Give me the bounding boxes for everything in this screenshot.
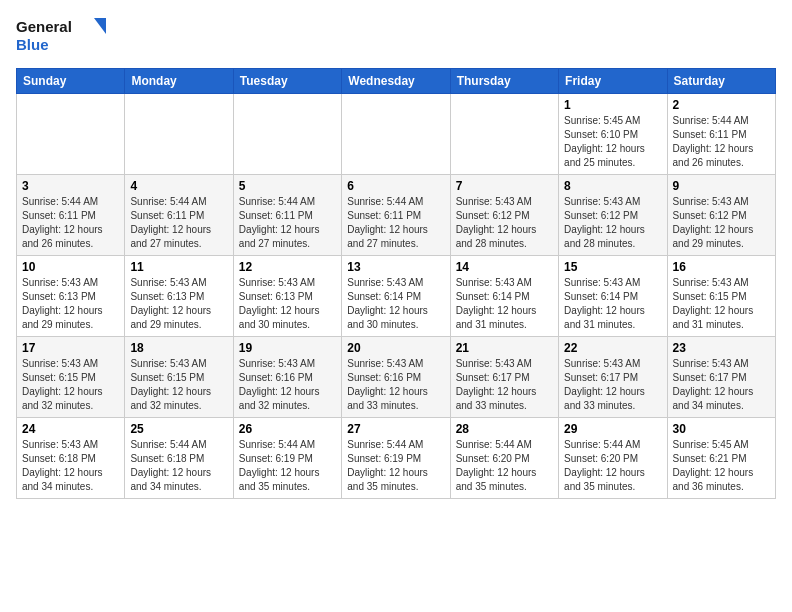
- logo-svg: General Blue: [16, 16, 106, 58]
- col-header-saturday: Saturday: [667, 69, 775, 94]
- week-row-2: 3Sunrise: 5:44 AM Sunset: 6:11 PM Daylig…: [17, 175, 776, 256]
- day-number: 20: [347, 341, 444, 355]
- day-cell: 14Sunrise: 5:43 AM Sunset: 6:14 PM Dayli…: [450, 256, 558, 337]
- day-cell: 2Sunrise: 5:44 AM Sunset: 6:11 PM Daylig…: [667, 94, 775, 175]
- col-header-sunday: Sunday: [17, 69, 125, 94]
- day-info: Sunrise: 5:45 AM Sunset: 6:21 PM Dayligh…: [673, 438, 770, 494]
- day-number: 5: [239, 179, 336, 193]
- day-number: 15: [564, 260, 661, 274]
- day-cell: 23Sunrise: 5:43 AM Sunset: 6:17 PM Dayli…: [667, 337, 775, 418]
- day-number: 6: [347, 179, 444, 193]
- day-info: Sunrise: 5:43 AM Sunset: 6:14 PM Dayligh…: [456, 276, 553, 332]
- day-info: Sunrise: 5:44 AM Sunset: 6:11 PM Dayligh…: [130, 195, 227, 251]
- col-header-tuesday: Tuesday: [233, 69, 341, 94]
- day-cell: 18Sunrise: 5:43 AM Sunset: 6:15 PM Dayli…: [125, 337, 233, 418]
- day-info: Sunrise: 5:44 AM Sunset: 6:20 PM Dayligh…: [564, 438, 661, 494]
- day-cell: 25Sunrise: 5:44 AM Sunset: 6:18 PM Dayli…: [125, 418, 233, 499]
- day-cell: 20Sunrise: 5:43 AM Sunset: 6:16 PM Dayli…: [342, 337, 450, 418]
- day-cell: 24Sunrise: 5:43 AM Sunset: 6:18 PM Dayli…: [17, 418, 125, 499]
- day-number: 30: [673, 422, 770, 436]
- day-info: Sunrise: 5:43 AM Sunset: 6:15 PM Dayligh…: [673, 276, 770, 332]
- col-header-wednesday: Wednesday: [342, 69, 450, 94]
- day-cell: [233, 94, 341, 175]
- day-cell: 17Sunrise: 5:43 AM Sunset: 6:15 PM Dayli…: [17, 337, 125, 418]
- day-cell: 16Sunrise: 5:43 AM Sunset: 6:15 PM Dayli…: [667, 256, 775, 337]
- day-cell: 1Sunrise: 5:45 AM Sunset: 6:10 PM Daylig…: [559, 94, 667, 175]
- day-info: Sunrise: 5:44 AM Sunset: 6:20 PM Dayligh…: [456, 438, 553, 494]
- week-row-5: 24Sunrise: 5:43 AM Sunset: 6:18 PM Dayli…: [17, 418, 776, 499]
- svg-text:Blue: Blue: [16, 36, 49, 53]
- day-cell: 15Sunrise: 5:43 AM Sunset: 6:14 PM Dayli…: [559, 256, 667, 337]
- day-number: 28: [456, 422, 553, 436]
- day-info: Sunrise: 5:44 AM Sunset: 6:19 PM Dayligh…: [239, 438, 336, 494]
- calendar-table: SundayMondayTuesdayWednesdayThursdayFrid…: [16, 68, 776, 499]
- day-info: Sunrise: 5:43 AM Sunset: 6:17 PM Dayligh…: [673, 357, 770, 413]
- day-cell: 3Sunrise: 5:44 AM Sunset: 6:11 PM Daylig…: [17, 175, 125, 256]
- day-info: Sunrise: 5:43 AM Sunset: 6:13 PM Dayligh…: [130, 276, 227, 332]
- svg-text:General: General: [16, 18, 72, 35]
- day-number: 22: [564, 341, 661, 355]
- day-info: Sunrise: 5:44 AM Sunset: 6:19 PM Dayligh…: [347, 438, 444, 494]
- day-info: Sunrise: 5:43 AM Sunset: 6:13 PM Dayligh…: [22, 276, 119, 332]
- day-number: 8: [564, 179, 661, 193]
- day-info: Sunrise: 5:43 AM Sunset: 6:17 PM Dayligh…: [456, 357, 553, 413]
- day-info: Sunrise: 5:43 AM Sunset: 6:16 PM Dayligh…: [347, 357, 444, 413]
- day-number: 9: [673, 179, 770, 193]
- day-cell: 13Sunrise: 5:43 AM Sunset: 6:14 PM Dayli…: [342, 256, 450, 337]
- col-header-thursday: Thursday: [450, 69, 558, 94]
- day-cell: 9Sunrise: 5:43 AM Sunset: 6:12 PM Daylig…: [667, 175, 775, 256]
- day-number: 1: [564, 98, 661, 112]
- day-info: Sunrise: 5:45 AM Sunset: 6:10 PM Dayligh…: [564, 114, 661, 170]
- day-number: 26: [239, 422, 336, 436]
- day-cell: 8Sunrise: 5:43 AM Sunset: 6:12 PM Daylig…: [559, 175, 667, 256]
- day-number: 25: [130, 422, 227, 436]
- day-info: Sunrise: 5:43 AM Sunset: 6:12 PM Dayligh…: [673, 195, 770, 251]
- day-number: 29: [564, 422, 661, 436]
- day-cell: [450, 94, 558, 175]
- day-cell: 30Sunrise: 5:45 AM Sunset: 6:21 PM Dayli…: [667, 418, 775, 499]
- day-cell: 29Sunrise: 5:44 AM Sunset: 6:20 PM Dayli…: [559, 418, 667, 499]
- day-info: Sunrise: 5:44 AM Sunset: 6:11 PM Dayligh…: [239, 195, 336, 251]
- day-info: Sunrise: 5:44 AM Sunset: 6:11 PM Dayligh…: [22, 195, 119, 251]
- day-cell: 12Sunrise: 5:43 AM Sunset: 6:13 PM Dayli…: [233, 256, 341, 337]
- day-cell: 7Sunrise: 5:43 AM Sunset: 6:12 PM Daylig…: [450, 175, 558, 256]
- day-info: Sunrise: 5:43 AM Sunset: 6:15 PM Dayligh…: [22, 357, 119, 413]
- day-info: Sunrise: 5:43 AM Sunset: 6:13 PM Dayligh…: [239, 276, 336, 332]
- day-cell: 4Sunrise: 5:44 AM Sunset: 6:11 PM Daylig…: [125, 175, 233, 256]
- day-info: Sunrise: 5:43 AM Sunset: 6:14 PM Dayligh…: [564, 276, 661, 332]
- svg-marker-2: [94, 18, 106, 34]
- day-cell: 19Sunrise: 5:43 AM Sunset: 6:16 PM Dayli…: [233, 337, 341, 418]
- page-header: General Blue: [16, 16, 776, 58]
- day-cell: [17, 94, 125, 175]
- day-number: 2: [673, 98, 770, 112]
- day-number: 17: [22, 341, 119, 355]
- day-number: 7: [456, 179, 553, 193]
- day-info: Sunrise: 5:44 AM Sunset: 6:11 PM Dayligh…: [673, 114, 770, 170]
- week-row-4: 17Sunrise: 5:43 AM Sunset: 6:15 PM Dayli…: [17, 337, 776, 418]
- day-info: Sunrise: 5:43 AM Sunset: 6:12 PM Dayligh…: [564, 195, 661, 251]
- day-cell: 28Sunrise: 5:44 AM Sunset: 6:20 PM Dayli…: [450, 418, 558, 499]
- day-number: 16: [673, 260, 770, 274]
- day-cell: 5Sunrise: 5:44 AM Sunset: 6:11 PM Daylig…: [233, 175, 341, 256]
- day-number: 10: [22, 260, 119, 274]
- day-number: 24: [22, 422, 119, 436]
- day-cell: 11Sunrise: 5:43 AM Sunset: 6:13 PM Dayli…: [125, 256, 233, 337]
- col-header-monday: Monday: [125, 69, 233, 94]
- day-cell: 6Sunrise: 5:44 AM Sunset: 6:11 PM Daylig…: [342, 175, 450, 256]
- day-number: 3: [22, 179, 119, 193]
- day-number: 23: [673, 341, 770, 355]
- day-info: Sunrise: 5:43 AM Sunset: 6:14 PM Dayligh…: [347, 276, 444, 332]
- day-cell: 10Sunrise: 5:43 AM Sunset: 6:13 PM Dayli…: [17, 256, 125, 337]
- day-info: Sunrise: 5:43 AM Sunset: 6:15 PM Dayligh…: [130, 357, 227, 413]
- day-info: Sunrise: 5:44 AM Sunset: 6:11 PM Dayligh…: [347, 195, 444, 251]
- day-number: 27: [347, 422, 444, 436]
- day-cell: 21Sunrise: 5:43 AM Sunset: 6:17 PM Dayli…: [450, 337, 558, 418]
- day-number: 12: [239, 260, 336, 274]
- day-cell: 22Sunrise: 5:43 AM Sunset: 6:17 PM Dayli…: [559, 337, 667, 418]
- day-cell: [342, 94, 450, 175]
- day-number: 18: [130, 341, 227, 355]
- day-info: Sunrise: 5:43 AM Sunset: 6:17 PM Dayligh…: [564, 357, 661, 413]
- calendar-header-row: SundayMondayTuesdayWednesdayThursdayFrid…: [17, 69, 776, 94]
- day-number: 21: [456, 341, 553, 355]
- week-row-1: 1Sunrise: 5:45 AM Sunset: 6:10 PM Daylig…: [17, 94, 776, 175]
